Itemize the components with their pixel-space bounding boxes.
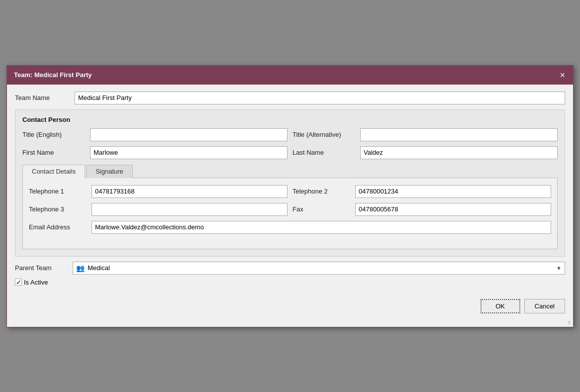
fax-label: Fax	[292, 205, 352, 213]
telephone-row-2: Telephone 3 Fax	[29, 203, 551, 216]
first-name-input[interactable]	[90, 146, 288, 159]
title-english-pair: Title (English)	[22, 128, 288, 141]
parent-team-select[interactable]: 👥 Medical ▼	[73, 262, 565, 275]
parent-team-row: Parent Team 👥 Medical ▼	[15, 262, 565, 275]
dialog-footer: OK Cancel	[7, 296, 573, 319]
cancel-button[interactable]: Cancel	[524, 299, 565, 313]
title-alt-input[interactable]	[360, 128, 558, 141]
title-alt-pair: Title (Alternative)	[292, 128, 558, 141]
tab-signature[interactable]: Signature	[86, 165, 133, 178]
title-english-label: Title (English)	[22, 131, 87, 138]
close-button[interactable]: ×	[559, 71, 566, 80]
last-name-pair: Last Name	[292, 146, 558, 159]
name-row: First Name Last Name	[22, 146, 558, 159]
title-english-input[interactable]	[90, 128, 288, 141]
tab-contact-details[interactable]: Contact Details	[22, 165, 85, 178]
ok-button[interactable]: OK	[481, 299, 520, 313]
contact-person-title: Contact Person	[22, 116, 558, 123]
fax-pair: Fax	[292, 203, 551, 216]
parent-team-select-inner: 👥 Medical	[76, 264, 110, 272]
is-active-checkbox[interactable]: ✓	[15, 279, 22, 286]
parent-team-label: Parent Team	[15, 264, 70, 272]
email-input[interactable]	[92, 221, 551, 234]
last-name-label: Last Name	[292, 149, 357, 156]
tel2-pair: Telephone 2	[292, 185, 551, 198]
email-row: Email Address	[29, 221, 551, 234]
team-icon: 👥	[76, 264, 85, 272]
dialog-title: Team: Medical First Party	[14, 71, 92, 79]
team-dialog: Team: Medical First Party × Team Name Co…	[6, 65, 574, 327]
title-row: Title (English) Title (Alternative)	[22, 128, 558, 141]
last-name-input[interactable]	[360, 146, 558, 159]
team-name-row: Team Name	[15, 92, 565, 104]
dropdown-arrow-icon: ▼	[556, 265, 562, 271]
telephone-row-1: Telephone 1 Telephone 2	[29, 185, 551, 198]
team-name-label: Team Name	[15, 94, 75, 101]
parent-team-value: Medical	[88, 264, 110, 272]
email-label: Email Address	[29, 223, 89, 231]
tel2-input[interactable]	[355, 185, 551, 198]
checkmark-icon: ✓	[16, 279, 21, 286]
tel3-input[interactable]	[92, 203, 288, 216]
title-alt-label: Title (Alternative)	[292, 131, 357, 138]
is-active-row: ✓ Is Active	[15, 279, 565, 286]
resize-handle[interactable]: ⠿	[7, 319, 573, 327]
first-name-pair: First Name	[22, 146, 288, 159]
tel1-pair: Telephone 1	[29, 185, 288, 198]
tel1-input[interactable]	[92, 185, 288, 198]
dialog-body: Team Name Contact Person Title (English)…	[7, 85, 573, 296]
tab-content-contact-details: Telephone 1 Telephone 2 Telephone 3	[22, 178, 558, 249]
first-name-label: First Name	[22, 149, 87, 156]
tel3-pair: Telephone 3	[29, 203, 288, 216]
tel3-label: Telephone 3	[29, 205, 89, 213]
tab-bar: Contact Details Signature	[22, 164, 558, 178]
is-active-label: Is Active	[24, 279, 48, 286]
team-name-input[interactable]	[75, 92, 565, 104]
dialog-titlebar: Team: Medical First Party ×	[7, 66, 573, 85]
tel2-label: Telephone 2	[292, 188, 352, 195]
fax-input[interactable]	[355, 203, 551, 216]
tabs-container: Contact Details Signature Telephone 1 Te…	[22, 164, 558, 249]
contact-person-section: Contact Person Title (English) Title (Al…	[15, 109, 565, 257]
tel1-label: Telephone 1	[29, 188, 89, 195]
